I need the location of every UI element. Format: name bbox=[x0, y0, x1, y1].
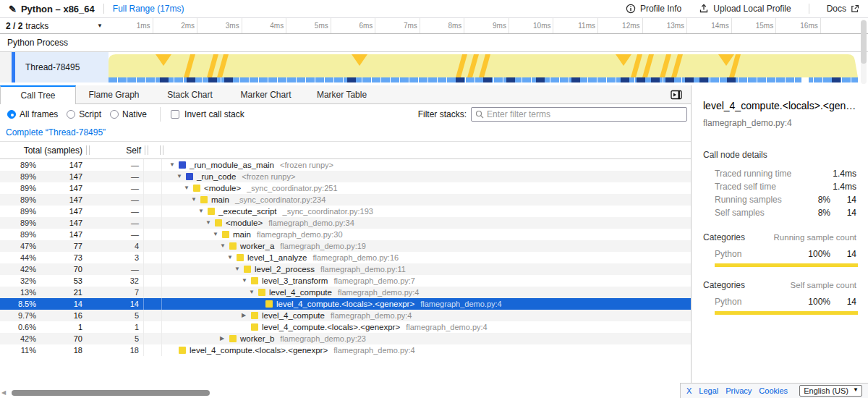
tab-call-tree[interactable]: Call Tree bbox=[0, 85, 76, 104]
table-row[interactable]: 9.7%165▶level_4_computeflamegraph_demo.p… bbox=[0, 310, 691, 321]
ruler-tick: 5ms bbox=[286, 18, 331, 33]
table-row[interactable]: 89%147—▼_run_module_as_main<frozen runpy… bbox=[0, 159, 691, 171]
ruler-tick: 10ms bbox=[509, 18, 554, 33]
function-name: level_4_compute.<locals>.<genexpr> bbox=[190, 346, 328, 355]
row-total-percent: 0.6% bbox=[0, 323, 36, 331]
expand-arrow-icon[interactable]: ▼ bbox=[227, 252, 237, 263]
invert-call-stack-checkbox[interactable]: Invert call stack bbox=[171, 109, 244, 119]
breadcrumb-row: Complete “Thread-78495” bbox=[0, 124, 691, 142]
thread-track-label[interactable]: Thread-78495 bbox=[15, 52, 109, 82]
checkbox-icon bbox=[171, 110, 179, 119]
timeline-scrollbar[interactable] bbox=[861, 20, 867, 84]
thread-samples-strip[interactable] bbox=[109, 77, 858, 82]
tab-marker-table[interactable]: Marker Table bbox=[304, 85, 380, 103]
column-resize-handle[interactable] bbox=[145, 145, 148, 155]
column-header-self[interactable]: Self bbox=[90, 145, 144, 156]
full-range-link[interactable]: Full Range (17ms) bbox=[113, 4, 184, 14]
scroll-left-arrow-icon[interactable]: ◀ bbox=[1, 389, 6, 397]
function-name: worker_a bbox=[240, 242, 274, 250]
category-color-icon bbox=[186, 173, 193, 180]
tracks-dropdown[interactable]: 2 / 2 tracks ▼ bbox=[0, 18, 109, 33]
call-tree-rows: 89%147—▼_run_module_as_main<frozen runpy… bbox=[0, 159, 691, 356]
expand-arrow-icon[interactable]: ▼ bbox=[205, 217, 215, 229]
table-row[interactable]: 89%147—▼_run_code<frozen runpy> bbox=[0, 171, 691, 182]
radio-native[interactable]: Native bbox=[110, 109, 147, 119]
function-name: level_4_compute bbox=[269, 288, 332, 297]
table-row[interactable]: 47%774▼worker_aflamegraph_demo.py:19 bbox=[0, 240, 691, 252]
ruler-tick: 11ms bbox=[553, 18, 598, 33]
expand-arrow-icon[interactable]: ▼ bbox=[220, 240, 229, 252]
ruler-tick: 16ms bbox=[776, 18, 821, 33]
expand-arrow-icon[interactable]: ▼ bbox=[242, 275, 251, 287]
file-location: _sync_coordinator.py:251 bbox=[247, 184, 337, 192]
function-name: level_2_process bbox=[255, 265, 315, 274]
upload-profile-button[interactable]: Upload Local Profile bbox=[690, 4, 799, 14]
expand-arrow-icon[interactable]: ▼ bbox=[169, 159, 179, 171]
radio-all-frames[interactable]: All frames bbox=[7, 109, 58, 119]
docs-button[interactable]: Docs bbox=[818, 4, 859, 14]
time-ruler[interactable]: 1ms2ms3ms4ms5ms6ms7ms8ms9ms10ms11ms12ms1… bbox=[109, 18, 858, 33]
footer-link-cookies[interactable]: Cookies bbox=[759, 386, 788, 395]
table-row[interactable]: 89%147—▼mainflamegraph_demo.py:30 bbox=[0, 229, 691, 240]
row-total-percent: 47% bbox=[0, 242, 36, 250]
expand-arrow-icon[interactable]: ▼ bbox=[213, 229, 222, 240]
column-header-total[interactable]: Total (samples) bbox=[0, 145, 85, 156]
table-row[interactable]: 89%147—▼<module>flamegraph_demo.py:34 bbox=[0, 217, 691, 229]
expand-arrow-icon[interactable]: ▼ bbox=[234, 263, 244, 275]
profile-info-button[interactable]: Profile Info bbox=[617, 4, 690, 14]
table-row[interactable]: 42%70—▼level_2_processflamegraph_demo.py… bbox=[0, 263, 691, 275]
scrollbar-thumb[interactable] bbox=[12, 390, 210, 396]
footer-link-privacy[interactable]: Privacy bbox=[726, 386, 752, 395]
scrollbar-thumb[interactable] bbox=[861, 20, 867, 64]
radio-script[interactable]: Script bbox=[67, 109, 101, 119]
divider bbox=[103, 4, 104, 14]
tab-marker-chart[interactable]: Marker Chart bbox=[228, 85, 304, 103]
footer-link-x[interactable]: X bbox=[686, 386, 692, 395]
ruler-tick: 15ms bbox=[732, 18, 777, 33]
row-total-percent: 44% bbox=[0, 253, 36, 262]
row-total-percent: 9.7% bbox=[0, 311, 36, 320]
expand-arrow-icon[interactable]: ▼ bbox=[176, 171, 186, 182]
table-row[interactable]: 11%1818level_4_compute.<locals>.<genexpr… bbox=[0, 344, 691, 356]
horizontal-scrollbar[interactable]: ◀ bbox=[0, 389, 691, 397]
profile-name-button[interactable]: ✎ Python – x86_64 bbox=[9, 4, 95, 14]
table-row[interactable]: 89%147—▼<module>_sync_coordinator.py:251 bbox=[0, 182, 691, 194]
row-total-samples: 147 bbox=[36, 230, 85, 239]
row-self-samples: — bbox=[85, 184, 143, 192]
process-track-label: Python Process bbox=[7, 38, 68, 48]
sample-marker bbox=[536, 77, 545, 82]
table-row[interactable]: 8.5%1414level_4_compute.<locals>.<genexp… bbox=[0, 298, 691, 310]
expand-arrow-icon[interactable]: ▼ bbox=[198, 206, 208, 217]
process-track-header[interactable]: Python Process bbox=[0, 34, 868, 52]
thread-activity-graph[interactable] bbox=[109, 54, 858, 77]
column-resize-handle[interactable] bbox=[160, 145, 163, 155]
footer-link-legal[interactable]: Legal bbox=[699, 386, 718, 395]
tab-stack-chart[interactable]: Stack Chart bbox=[152, 85, 228, 103]
table-row[interactable]: 44%733▼level_1_analyzeflamegraph_demo.py… bbox=[0, 252, 691, 263]
chevron-down-icon: ▼ bbox=[853, 386, 859, 393]
column-resize-handle[interactable] bbox=[86, 145, 90, 155]
expand-arrow-icon[interactable]: ▶ bbox=[242, 310, 251, 321]
function-name: level_4_compute.<locals>.<genexpr> bbox=[262, 323, 400, 331]
table-row[interactable]: 32%5332▼level_3_transformflamegraph_demo… bbox=[0, 275, 691, 287]
expand-arrow-icon[interactable]: ▼ bbox=[249, 287, 258, 298]
ruler-tick: 13ms bbox=[643, 18, 688, 33]
row-total-percent: 8.5% bbox=[0, 300, 36, 308]
table-row[interactable]: 89%147—▼main_sync_coordinator.py:234 bbox=[0, 194, 691, 206]
language-select[interactable]: English (US)▼ bbox=[799, 385, 862, 397]
category-color-icon bbox=[251, 323, 258, 331]
table-row[interactable]: 0.6%11level_4_compute.<locals>.<genexpr>… bbox=[0, 321, 691, 333]
table-row[interactable]: 42%705▶worker_bflamegraph_demo.py:23 bbox=[0, 333, 691, 344]
row-self-samples: 14 bbox=[85, 300, 143, 308]
table-row[interactable]: 89%147—▼_execute_script_sync_coordinator… bbox=[0, 206, 691, 217]
sample-marker bbox=[621, 77, 629, 82]
expand-arrow-icon[interactable]: ▼ bbox=[191, 194, 200, 206]
expand-arrow-icon[interactable]: ▼ bbox=[184, 182, 193, 194]
filter-stacks-input[interactable] bbox=[487, 109, 683, 119]
expand-arrow-icon[interactable]: ▶ bbox=[220, 333, 229, 344]
sidebar-toggle-button[interactable] bbox=[671, 85, 682, 103]
row-self-samples: — bbox=[85, 265, 143, 274]
tab-flame-graph[interactable]: Flame Graph bbox=[76, 85, 152, 103]
table-row[interactable]: 13%217▼level_4_computeflamegraph_demo.py… bbox=[0, 287, 691, 298]
breadcrumb[interactable]: Complete “Thread-78495” bbox=[6, 127, 106, 137]
